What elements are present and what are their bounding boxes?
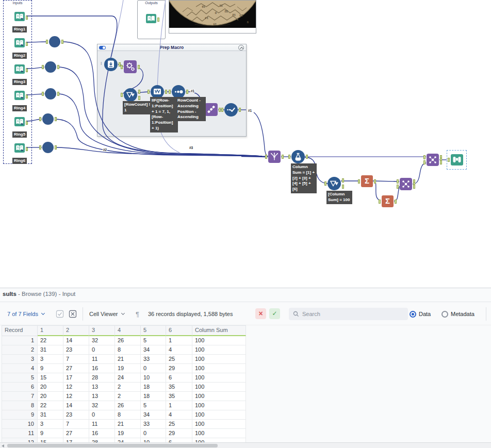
data-cell[interactable]: 100 <box>192 345 246 355</box>
input-anchor[interactable] <box>379 200 381 204</box>
multi-row-formula-annotation[interactable]: IIF([Row-1:Position] + 1 = 7, 1, [Row-1:… <box>150 97 178 132</box>
data-cell[interactable]: 33 <box>141 355 166 364</box>
table-row[interactable]: 119271619029100 <box>2 429 246 438</box>
data-cell[interactable]: 29 <box>166 364 192 373</box>
data-cell[interactable]: 31 <box>38 410 63 420</box>
input-anchor[interactable] <box>358 179 360 184</box>
data-cell[interactable]: 16 <box>89 364 115 373</box>
data-cell[interactable]: 14 <box>63 401 89 410</box>
input-anchor[interactable] <box>169 90 171 94</box>
show-whitespace-button[interactable]: ¶ <box>136 302 139 326</box>
clear-filter-button[interactable]: × <box>255 308 266 319</box>
table-row[interactable]: 12214322651100 <box>2 336 246 345</box>
right-output-anchor[interactable] <box>413 185 415 189</box>
output-anchor[interactable] <box>61 40 63 44</box>
record-cell[interactable]: 8 <box>2 401 38 410</box>
horizontal-scrollbar[interactable] <box>0 442 491 448</box>
generate-rows-tool[interactable] <box>124 60 137 73</box>
output-anchor[interactable] <box>26 68 28 72</box>
table-row[interactable]: 720121321835100 <box>2 392 246 401</box>
output-anchor[interactable] <box>138 65 140 69</box>
record-cell[interactable]: 3 <box>2 355 38 364</box>
data-cell[interactable]: 0 <box>141 429 166 438</box>
data-cell[interactable]: 13 <box>89 392 115 401</box>
data-cell[interactable]: 7 <box>63 420 89 429</box>
record-cell[interactable]: 7 <box>2 392 38 401</box>
data-cell[interactable]: 14 <box>63 336 89 345</box>
data-cell[interactable]: 8 <box>115 410 141 420</box>
data-cell[interactable]: 100 <box>192 336 246 345</box>
macro-input-tool[interactable] <box>104 58 118 71</box>
formula-annotation[interactable]: Column Sum = [1] + [2] + [3] + [4] + [5]… <box>291 163 317 193</box>
join-tool[interactable] <box>400 178 412 190</box>
table-row[interactable]: 2312308344100 <box>2 345 246 355</box>
data-cell[interactable]: 23 <box>63 410 89 420</box>
data-cell[interactable]: 100 <box>192 420 246 429</box>
select-all-checkbox-icon[interactable] <box>56 302 64 326</box>
sort-annotation[interactable]: RowCount - Ascending Position - Ascendin… <box>176 97 206 121</box>
output-anchor[interactable] <box>26 15 28 20</box>
data-cell[interactable]: 0 <box>89 345 115 355</box>
blue-circle-tool[interactable] <box>42 113 54 125</box>
output-anchor[interactable] <box>26 42 28 46</box>
input-anchor[interactable] <box>42 65 44 69</box>
data-cell[interactable]: 25 <box>166 355 192 364</box>
data-cell[interactable]: 27 <box>63 364 89 373</box>
data-cell[interactable]: 18 <box>141 383 166 392</box>
input-anchor[interactable] <box>288 155 290 159</box>
data-cell[interactable]: 32 <box>89 336 115 345</box>
data-cell[interactable]: 10 <box>141 373 166 383</box>
data-cell[interactable]: 25 <box>166 420 192 429</box>
data-cell[interactable]: 100 <box>192 364 246 373</box>
scroll-left-arrow-icon[interactable] <box>2 444 4 447</box>
data-cell[interactable]: 22 <box>38 336 63 345</box>
data-cell[interactable]: 11 <box>89 420 115 429</box>
input-data-tool[interactable]: Ring4 <box>10 91 29 111</box>
record-cell[interactable]: 2 <box>2 345 38 355</box>
record-cell[interactable]: 6 <box>2 383 38 392</box>
output-anchor[interactable] <box>57 65 59 69</box>
input-anchor[interactable] <box>39 117 41 121</box>
input-book-tool-icon[interactable] <box>14 117 25 128</box>
data-cell[interactable]: 13 <box>89 383 115 392</box>
data-cell[interactable]: 2 <box>115 383 141 392</box>
connection-label[interactable]: #3 <box>189 146 193 150</box>
input-book-tool-icon[interactable] <box>14 91 25 102</box>
data-cell[interactable]: 15 <box>38 373 63 383</box>
scrollbar-thumb[interactable] <box>7 444 218 447</box>
data-cell[interactable]: 100 <box>192 429 246 438</box>
blue-circle-tool[interactable] <box>49 36 60 47</box>
data-cell[interactable]: 100 <box>192 410 246 420</box>
tile-tool[interactable] <box>205 103 218 116</box>
filter-tool-column-sum[interactable] <box>328 177 341 190</box>
data-cell[interactable]: 21 <box>115 355 141 364</box>
input-data-tool[interactable]: Ring5 <box>10 117 29 138</box>
summarize-tool[interactable]: Σ <box>382 195 394 207</box>
input-anchor[interactable] <box>324 181 326 186</box>
column-header[interactable]: Column Sum <box>192 325 246 336</box>
data-cell[interactable]: 5 <box>141 401 166 410</box>
inputs-container[interactable]: Inputs Ring1 Ring2 <box>3 0 32 164</box>
true-output-anchor[interactable] <box>138 90 140 94</box>
summarize-tool[interactable]: Σ <box>361 175 373 187</box>
data-cell[interactable]: 32 <box>89 401 115 410</box>
false-output-anchor[interactable] <box>342 185 344 189</box>
output-anchor[interactable] <box>282 155 284 159</box>
fields-dropdown[interactable]: 7 of 7 Fields <box>7 302 44 326</box>
output-anchor[interactable] <box>395 200 397 204</box>
record-cell[interactable]: 11 <box>2 429 38 438</box>
data-cell[interactable]: 4 <box>166 345 192 355</box>
data-cell[interactable]: 0 <box>141 364 166 373</box>
data-cell[interactable]: 16 <box>89 429 115 438</box>
data-cell[interactable]: 19 <box>115 364 141 373</box>
data-cell[interactable]: 26 <box>115 401 141 410</box>
record-cell[interactable]: 4 <box>2 364 38 373</box>
data-cell[interactable]: 20 <box>38 383 63 392</box>
output-anchor[interactable] <box>239 108 241 112</box>
output-anchor[interactable] <box>26 121 28 125</box>
right-input-anchor[interactable] <box>423 160 425 164</box>
input-anchor[interactable] <box>121 65 123 69</box>
filter-annotation[interactable]: [Column Sum] = 100 <box>326 191 352 204</box>
column-header[interactable]: 4 <box>115 325 141 336</box>
output-anchor[interactable] <box>26 94 28 98</box>
